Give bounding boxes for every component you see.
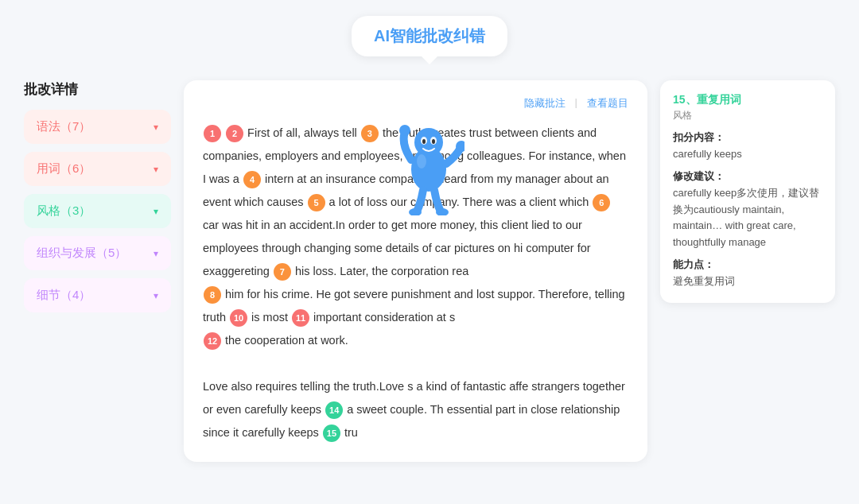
sidebar: 批改详情 语法（7） ▾ 用词（6） ▾ 风格（3） ▾ 组织与发展（5） ▾ … — [24, 80, 171, 462]
suggestion-label: 修改建议： — [673, 169, 822, 184]
badge-8[interactable]: 8 — [204, 286, 221, 304]
correction-card: 15、重复用词 风格 扣分内容： carefully keeps 修改建议： c… — [660, 80, 835, 303]
card-type: 风格 — [673, 109, 822, 122]
essay-content: 1 2 First of all, always tell 3 the trut… — [203, 122, 628, 444]
badge-5[interactable]: 5 — [308, 194, 325, 211]
essay-panel: 隐藏批注 | 查看题目 1 2 First of all, always tel… — [184, 80, 647, 462]
ability-content: 避免重复用词 — [673, 273, 822, 290]
text-area-header: 隐藏批注 | 查看题目 — [203, 96, 628, 110]
score-content: carefully keeps — [673, 146, 822, 163]
main-layout: 批改详情 语法（7） ▾ 用词（6） ▾ 风格（3） ▾ 组织与发展（5） ▾ … — [24, 80, 835, 462]
badge-15[interactable]: 15 — [323, 425, 340, 442]
badge-4[interactable]: 4 — [243, 171, 261, 188]
card-title: 15、重复用词 — [673, 93, 822, 107]
divider: | — [575, 96, 577, 110]
chevron-down-icon: ▾ — [154, 164, 158, 175]
category-detail[interactable]: 细节（4） ▾ — [24, 278, 171, 312]
category-grammar-label: 语法（7） — [37, 119, 91, 134]
badge-10[interactable]: 10 — [230, 309, 247, 327]
badge-1[interactable]: 1 — [204, 125, 221, 142]
sidebar-title: 批改详情 — [24, 80, 171, 99]
chevron-down-icon: ▾ — [154, 122, 158, 133]
page-container: AI智能批改纠错 批改详情 语法（7） ▾ 用词（6） ▾ 风格（3） ▾ 组织… — [0, 0, 859, 504]
chevron-down-icon: ▾ — [154, 248, 158, 259]
category-vocab-label: 用词（6） — [37, 161, 91, 176]
score-label: 扣分内容： — [673, 130, 822, 145]
chevron-down-icon: ▾ — [154, 290, 158, 301]
badge-2[interactable]: 2 — [226, 125, 243, 142]
ability-label: 能力点： — [673, 258, 822, 272]
view-topic-link[interactable]: 查看题目 — [587, 96, 628, 110]
category-style-label: 风格（3） — [37, 204, 91, 219]
badge-3[interactable]: 3 — [361, 125, 379, 142]
category-style[interactable]: 风格（3） ▾ — [24, 194, 171, 228]
badge-7[interactable]: 7 — [274, 263, 291, 281]
right-panel: 15、重复用词 风格 扣分内容： carefully keeps 修改建议： c… — [660, 80, 835, 462]
category-org-label: 组织与发展（5） — [37, 246, 126, 261]
category-vocab[interactable]: 用词（6） ▾ — [24, 152, 171, 186]
badge-14[interactable]: 14 — [325, 401, 343, 419]
category-org[interactable]: 组织与发展（5） ▾ — [24, 236, 171, 270]
suggestion-content: carefully keep多次使用，建议替换为cautiously maint… — [673, 185, 822, 251]
header-bubble: AI智能批改纠错 — [352, 16, 507, 56]
category-detail-label: 细节（4） — [37, 288, 91, 303]
hide-annotation-link[interactable]: 隐藏批注 — [524, 96, 566, 110]
chevron-down-icon: ▾ — [154, 206, 158, 217]
category-grammar[interactable]: 语法（7） ▾ — [24, 110, 171, 144]
badge-6[interactable]: 6 — [593, 194, 610, 211]
badge-11[interactable]: 11 — [292, 309, 309, 327]
badge-12[interactable]: 12 — [204, 332, 221, 350]
header-title: AI智能批改纠错 — [374, 27, 485, 45]
